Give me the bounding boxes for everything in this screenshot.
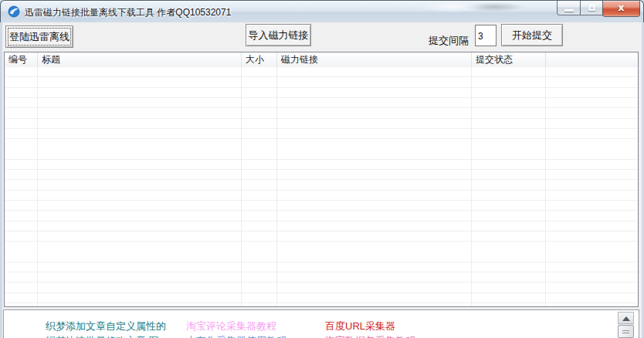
footer-link-dedecms[interactable]: 织梦添加文章自定义属性的 xyxy=(46,319,166,333)
grid-line xyxy=(241,67,242,306)
column-header-size[interactable]: 大小 xyxy=(242,52,277,67)
app-icon xyxy=(8,5,20,18)
column-header-number[interactable]: 编号 xyxy=(5,52,38,67)
minimize-button[interactable] xyxy=(557,1,581,15)
scroll-up-arrow-icon[interactable] xyxy=(618,312,634,324)
footer-link-partial-3[interactable]: 淘宝数据包采集教程 xyxy=(325,334,415,338)
column-header-filler xyxy=(546,52,638,67)
title-bar[interactable]: 迅雷磁力链接批量离线下载工具 作者QQ10532071 x xyxy=(0,0,644,22)
start-submit-button[interactable]: 开始提交 xyxy=(501,24,563,46)
submit-interval-label: 提交间隔 xyxy=(429,34,469,48)
column-header-status[interactable]: 提交状态 xyxy=(472,52,546,67)
footer-link-panel: 织梦添加文章自定义属性的 淘宝评论采集器教程 百度URL采集器 织梦快速批量修改… xyxy=(3,309,639,338)
grid-line xyxy=(545,67,546,306)
login-xunlei-button[interactable]: 登陆迅雷离线 xyxy=(5,25,73,48)
app-window: 迅雷磁力链接批量离线下载工具 作者QQ10532071 x 登陆迅雷离线 导入磁… xyxy=(0,0,644,338)
list-header: 编号 标题 大小 磁力链接 提交状态 xyxy=(5,52,638,67)
footer-link-partial-1[interactable]: 织梦快速批量修改文章 图 xyxy=(46,334,159,338)
footer-link-partial-2[interactable]: 火车头采集器使用教程 xyxy=(186,334,286,338)
minimize-icon xyxy=(564,9,574,12)
submit-interval-input[interactable] xyxy=(475,25,497,46)
column-header-title[interactable]: 标题 xyxy=(38,52,242,67)
download-task-list[interactable]: 编号 标题 大小 磁力链接 提交状态 xyxy=(4,52,639,307)
client-area: 登陆迅雷离线 导入磁力链接 提交间隔 开始提交 编号 标题 大小 磁力链接 提交… xyxy=(2,22,642,338)
scrollbar-thumb[interactable] xyxy=(618,325,634,338)
grid-line xyxy=(471,67,472,306)
grid-line xyxy=(276,67,277,306)
footer-scrollbar[interactable] xyxy=(618,312,634,338)
window-title: 迅雷磁力链接批量离线下载工具 作者QQ10532071 xyxy=(25,6,231,19)
close-button[interactable]: x xyxy=(602,1,640,17)
close-icon: x xyxy=(603,2,639,13)
import-magnet-button[interactable]: 导入磁力链接 xyxy=(246,24,311,46)
footer-link-baidu-url-collector[interactable]: 百度URL采集器 xyxy=(325,319,395,333)
footer-link-taobao-collector[interactable]: 淘宝评论采集器教程 xyxy=(186,319,276,333)
maximize-icon xyxy=(588,5,595,11)
column-header-magnet[interactable]: 磁力链接 xyxy=(277,52,472,67)
list-body[interactable] xyxy=(5,67,638,306)
grid-line xyxy=(37,67,38,306)
maximize-button[interactable] xyxy=(580,1,603,15)
